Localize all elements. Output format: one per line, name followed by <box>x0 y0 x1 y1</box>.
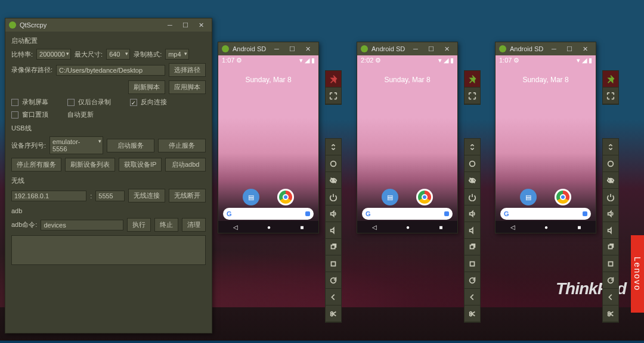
close-button[interactable]: ✕ <box>439 43 454 54</box>
button-wifidisconn[interactable]: 无线断开 <box>169 189 206 202</box>
mic-icon[interactable] <box>583 211 587 216</box>
nav-back-icon[interactable]: ◁ <box>372 224 377 230</box>
eye-icon[interactable] <box>326 172 341 189</box>
minimize-button[interactable]: ─ <box>408 43 423 54</box>
volup-icon[interactable] <box>603 205 618 222</box>
button-startadbd[interactable]: 启动adbd <box>165 158 206 172</box>
nav-recent-icon[interactable]: ■ <box>577 224 581 230</box>
nav-home-icon[interactable]: ● <box>406 224 410 230</box>
nav-home-icon[interactable]: ● <box>267 224 271 230</box>
cut-icon[interactable] <box>603 305 618 322</box>
eye-icon[interactable] <box>465 172 480 189</box>
checkbox-showfps[interactable] <box>11 111 18 119</box>
nav-recent-icon[interactable]: ■ <box>439 224 442 230</box>
button-stopserv[interactable]: 停止服务 <box>158 139 206 152</box>
rotate-icon[interactable] <box>603 272 618 289</box>
expand-icon[interactable] <box>326 139 341 155</box>
chrome-app-icon[interactable] <box>555 189 571 205</box>
circle-icon[interactable] <box>326 155 341 172</box>
fullscreen-icon[interactable] <box>465 88 480 104</box>
circle-icon[interactable] <box>465 155 480 172</box>
square-icon[interactable] <box>603 255 618 272</box>
button-wificonn[interactable]: 无线连接 <box>128 189 165 202</box>
combo-serial[interactable]: emulator-5556 <box>49 136 103 154</box>
copy-icon[interactable] <box>326 239 341 255</box>
maximize-button[interactable]: ☐ <box>178 20 193 30</box>
circle-icon[interactable] <box>603 155 618 172</box>
power-icon[interactable] <box>603 189 618 205</box>
close-button[interactable]: ✕ <box>194 20 208 30</box>
volup-icon[interactable] <box>465 205 480 222</box>
combo-bitrate[interactable]: 2000000 <box>36 49 71 60</box>
minimize-button[interactable]: ─ <box>270 43 284 54</box>
button-refreshscript[interactable]: 刷新脚本 <box>128 80 165 94</box>
nav-back-icon[interactable]: ◁ <box>510 224 515 230</box>
rotate-icon[interactable] <box>465 272 480 289</box>
pin-icon[interactable] <box>465 71 480 88</box>
google-search-bar[interactable]: G <box>362 208 453 220</box>
input-port[interactable]: 5555 <box>95 191 125 201</box>
power-icon[interactable] <box>326 189 341 205</box>
minimize-button[interactable]: ─ <box>163 20 177 30</box>
rotate-icon[interactable] <box>326 272 341 289</box>
combo-recformat[interactable]: mp4 <box>165 49 189 60</box>
fullscreen-icon[interactable] <box>603 88 618 104</box>
volup-icon[interactable] <box>326 205 341 222</box>
google-search-bar[interactable]: G <box>223 208 314 220</box>
button-stop[interactable]: 终止 <box>154 218 178 232</box>
messages-app-icon[interactable]: ▤ <box>382 189 398 205</box>
maximize-button[interactable]: ☐ <box>285 43 299 54</box>
input-ip[interactable]: 192.168.0.1 <box>11 191 86 201</box>
mic-icon[interactable] <box>444 211 449 216</box>
maximize-button[interactable]: ☐ <box>424 43 438 54</box>
nav-back-icon[interactable]: ◁ <box>233 224 238 230</box>
messages-app-icon[interactable]: ▤ <box>520 189 537 205</box>
pin-icon[interactable] <box>326 71 341 88</box>
checkbox-recscreen[interactable] <box>11 99 18 106</box>
close-button[interactable]: ✕ <box>301 43 315 54</box>
maximize-button[interactable]: ☐ <box>562 43 577 54</box>
phone-titlebar[interactable]: Android SDK … ─ ☐ ✕ <box>218 42 318 55</box>
power-icon[interactable] <box>465 189 480 205</box>
phone-screen[interactable]: 1:07 ⚙▾ ◢ ▮ Sunday, Mar 8 ▤ G ◁ ● ■ <box>218 55 318 233</box>
square-icon[interactable] <box>465 255 480 272</box>
back-icon[interactable] <box>603 289 618 305</box>
square-icon[interactable] <box>326 255 341 272</box>
button-clear[interactable]: 清理 <box>182 218 206 232</box>
phone-screen[interactable]: 2:02 ⚙▾ ◢ ▮ Sunday, Mar 8 ▤ G ◁ ● ■ <box>357 55 457 233</box>
back-icon[interactable] <box>465 289 480 305</box>
button-stopall[interactable]: 停止所有服务 <box>11 158 61 172</box>
chrome-app-icon[interactable] <box>277 189 294 205</box>
minimize-button[interactable]: ─ <box>547 43 561 54</box>
expand-icon[interactable] <box>603 139 618 155</box>
phone-titlebar[interactable]: Android SDK … ─ ☐ ✕ <box>357 42 457 55</box>
copy-icon[interactable] <box>603 239 618 255</box>
input-recpath[interactable]: C:/Users/bytedance/Desktop <box>56 65 165 76</box>
copy-icon[interactable] <box>465 239 480 255</box>
google-search-bar[interactable]: G <box>500 208 591 220</box>
combo-maxsize[interactable]: 640 <box>106 49 130 60</box>
phone-screen[interactable]: 1:07 ⚙▾ ◢ ▮ Sunday, Mar 8 ▤ G ◁ ● ■ <box>496 55 596 233</box>
nav-recent-icon[interactable]: ■ <box>300 224 304 230</box>
button-selpath[interactable]: 选择路径 <box>169 63 206 77</box>
fullscreen-icon[interactable] <box>326 88 341 104</box>
input-adbcmd[interactable]: devices <box>41 220 123 230</box>
close-button[interactable]: ✕ <box>578 43 592 54</box>
eye-icon[interactable] <box>603 172 618 189</box>
button-applyscript[interactable]: 应用脚本 <box>169 80 206 94</box>
nav-home-icon[interactable]: ● <box>544 224 548 230</box>
button-startserv[interactable]: 启动服务 <box>107 139 154 152</box>
button-refreshdev[interactable]: 刷新设备列表 <box>65 158 115 172</box>
chrome-app-icon[interactable] <box>416 189 433 205</box>
voldown-icon[interactable] <box>603 222 618 239</box>
pin-icon[interactable] <box>603 71 618 88</box>
voldown-icon[interactable] <box>326 222 341 239</box>
checkbox-reverse[interactable] <box>130 99 137 106</box>
back-icon[interactable] <box>326 289 341 305</box>
voldown-icon[interactable] <box>465 222 480 239</box>
phone-titlebar[interactable]: Android SDK … ─ ☐ ✕ <box>496 42 596 55</box>
qt-titlebar[interactable]: QtScrcpy ─ ☐ ✕ <box>5 18 212 32</box>
cut-icon[interactable] <box>465 305 480 322</box>
button-getip[interactable]: 获取设备IP <box>119 158 162 172</box>
cut-icon[interactable] <box>326 305 341 322</box>
